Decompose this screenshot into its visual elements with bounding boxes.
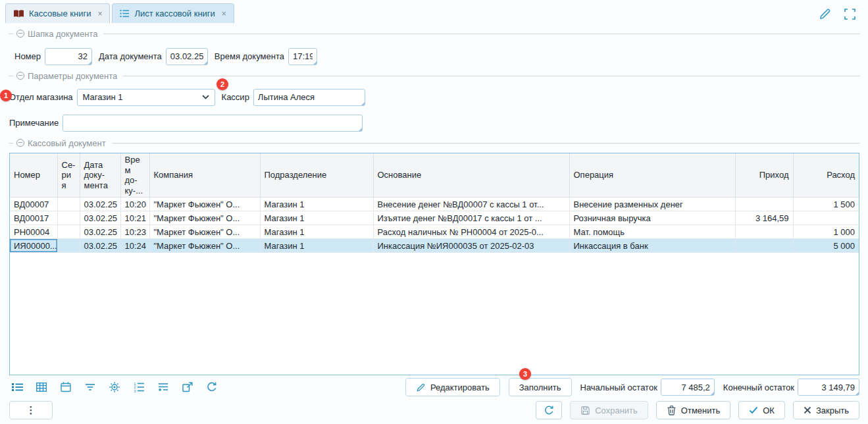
number-input[interactable]: [45, 48, 92, 65]
col-series[interactable]: Се-рия: [57, 153, 80, 198]
store-department-select[interactable]: Магазин 1: [77, 89, 215, 106]
tab-cash-book-sheet[interactable]: Лист кассовой книги ×: [112, 3, 234, 23]
fullscreen-icon[interactable]: [844, 8, 856, 20]
calendar-view-button[interactable]: [58, 379, 74, 395]
collapse-section-icon[interactable]: [16, 139, 24, 147]
cell-operation: Инкассация в банк: [569, 239, 735, 253]
tab-close-icon[interactable]: ×: [97, 9, 102, 18]
tab-cash-books[interactable]: Кассовые книги ×: [5, 3, 110, 23]
closing-balance-value[interactable]: [798, 379, 859, 396]
section-caption-params: Параметры документа: [9, 71, 859, 80]
cell-time: 10:24: [120, 239, 149, 253]
table-row-selected[interactable]: ИЯ00000... 03.02.25 10:24 "Маркет Фьюжен…: [10, 239, 859, 253]
ok-button[interactable]: ОК: [738, 401, 785, 419]
grid-view-button[interactable]: [34, 379, 49, 395]
col-number[interactable]: Номер: [10, 153, 57, 198]
export-button[interactable]: [180, 379, 195, 395]
divider-line: [112, 143, 859, 144]
annotation-step-2: 2: [217, 78, 228, 90]
col-expense[interactable]: Расход: [793, 153, 859, 198]
section-title: Шапка документа: [28, 29, 97, 39]
refresh-button[interactable]: [536, 401, 562, 419]
note-field: [63, 115, 363, 132]
section-title: Параметры документа: [28, 71, 117, 81]
table-row[interactable]: РН00004 03.02.25 10:23 "Маркет Фьюжен" О…: [10, 225, 859, 239]
tab-label: Лист кассовой книги: [134, 9, 215, 18]
cell-date: 03.02.25: [80, 198, 120, 211]
doc-date-input[interactable]: [166, 48, 208, 65]
cell-division: Магазин 1: [260, 211, 373, 225]
table-toolbar: 123 Редактировать Заполнить Начальный ос…: [9, 378, 859, 396]
doc-date-label: Дата документа: [99, 51, 162, 61]
cash-document-table: Номер Се-рия Дата доку-мента Врем до-ку-…: [10, 153, 859, 253]
cell-number: РН00004: [10, 225, 57, 239]
annotation-step-1: 1: [0, 90, 12, 101]
note-input[interactable]: [63, 115, 363, 132]
closing-balance: Конечный остаток: [723, 379, 859, 396]
store-department-label: Отдел магазина: [9, 92, 73, 102]
numbered-list-button[interactable]: 123: [131, 379, 147, 395]
col-company[interactable]: Компания: [149, 153, 260, 198]
cashier-field: [253, 89, 365, 106]
close-button[interactable]: Закрыть: [793, 401, 859, 419]
insert-rows-button[interactable]: [155, 379, 171, 395]
opening-balance-field: [661, 379, 715, 396]
cell-division: Магазин 1: [260, 239, 373, 253]
col-basis[interactable]: Основание: [373, 153, 569, 198]
ok-button-label: ОК: [763, 406, 775, 415]
table-header-row: Номер Се-рия Дата доку-мента Врем до-ку-…: [10, 153, 859, 198]
save-button-label: Сохранить: [595, 406, 638, 415]
divider-line: [9, 76, 13, 76]
cancel-button[interactable]: Отменить: [656, 401, 730, 419]
reload-cycle-button[interactable]: [204, 379, 220, 395]
section-caption-document: Кассовый документ: [9, 138, 859, 147]
tab-close-icon[interactable]: ×: [222, 9, 226, 18]
cell-company: "Маркет Фьюжен" О...: [149, 211, 260, 225]
trash-icon: [667, 405, 677, 415]
edit-button[interactable]: Редактировать: [405, 378, 500, 396]
cell-time: 10:21: [120, 211, 149, 225]
cell-number: ИЯ00000...: [10, 239, 57, 253]
cashier-input[interactable]: [253, 89, 365, 106]
cell-series: [57, 239, 80, 253]
doc-time-field: [288, 48, 317, 65]
col-time[interactable]: Врем до-ку-...: [120, 153, 149, 198]
note-label: Примечание: [9, 118, 59, 128]
cell-company: "Маркет Фьюжен" О...: [149, 198, 260, 211]
divider-line: [123, 76, 859, 76]
collapse-section-icon[interactable]: [16, 30, 24, 38]
number-field: [45, 48, 92, 65]
cell-basis: Изъятие денег №ВД00017 с кассы 1 от ...: [373, 211, 569, 225]
cell-company: "Маркет Фьюжен" О...: [149, 239, 260, 253]
save-button[interactable]: Сохранить: [570, 401, 648, 419]
cell-division: Магазин 1: [260, 198, 373, 211]
table-row[interactable]: ВД00007 03.02.25 10:20 "Маркет Фьюжен" О…: [10, 198, 859, 211]
table-row[interactable]: ВД00017 03.02.25 10:21 "Маркет Фьюжен" О…: [10, 211, 859, 225]
cell-expense: 1 000: [793, 225, 859, 239]
doc-time-input[interactable]: [288, 48, 317, 65]
check-icon: [749, 406, 758, 414]
fill-button[interactable]: Заполнить: [509, 378, 572, 396]
col-income[interactable]: Приход: [735, 153, 793, 198]
collapse-section-icon[interactable]: [16, 72, 24, 80]
edit-pencil-icon[interactable]: [819, 7, 832, 20]
col-date[interactable]: Дата доку-мента: [80, 153, 120, 198]
cell-basis: Инкассация №ИЯ000035 от 2025-02-03: [373, 239, 569, 253]
opening-balance-value[interactable]: [661, 379, 715, 396]
select-value: Магазин 1: [83, 92, 123, 102]
list-view-button[interactable]: [9, 379, 25, 395]
cell-expense: 5 000: [793, 239, 859, 253]
list-icon: [120, 9, 130, 18]
opening-balance: Начальный остаток: [580, 379, 715, 396]
cell-operation: Внесение разменных денег: [569, 198, 735, 211]
more-button[interactable]: ⋮: [9, 401, 53, 419]
col-division[interactable]: Подразделение: [260, 153, 373, 198]
cell-expense: [793, 211, 859, 225]
cash-book-sheet-window: Кассовые книги × Лист кассовой книги × Ш…: [0, 0, 868, 424]
col-operation[interactable]: Операция: [569, 153, 735, 198]
cell-time: 10:23: [120, 225, 149, 239]
section-caption-header: Шапка документа: [9, 29, 859, 38]
cell-basis: Внесение денег №ВД00007 с кассы 1 от...: [373, 198, 569, 211]
filter-button[interactable]: [82, 379, 98, 395]
settings-gear-button[interactable]: [107, 379, 122, 395]
